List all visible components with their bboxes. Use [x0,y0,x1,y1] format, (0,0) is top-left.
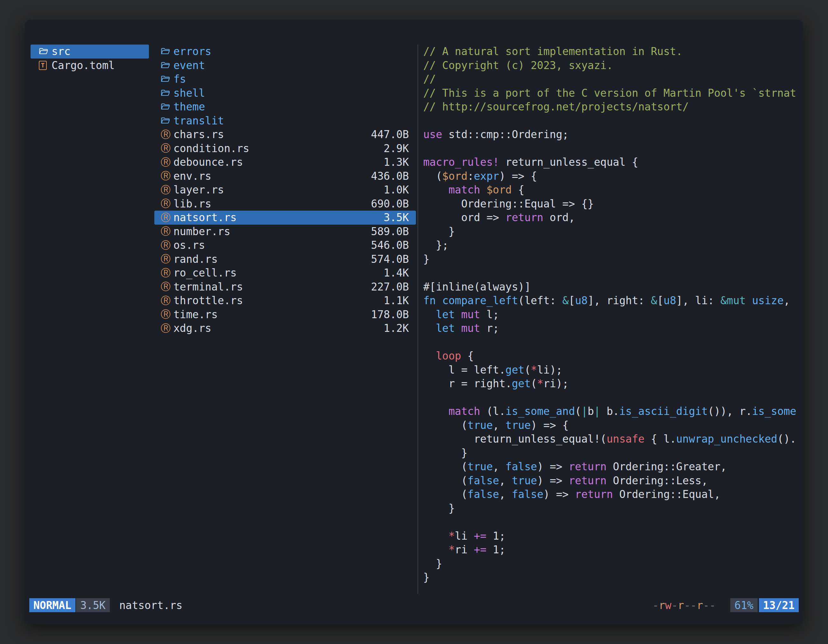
folder-row[interactable]: event [154,58,416,72]
file-row[interactable]: Ⓡro_cell.rs1.4K [154,266,416,280]
code-line: } [423,501,802,516]
text-segment: } [423,225,455,238]
text-segment: Ordering::Equal, [613,488,720,500]
code-line: loop { [423,349,802,363]
scroll-percent-badge: 61% [730,598,758,612]
file-row[interactable]: Ⓡrand.rs574.0B [154,252,416,266]
text-segment: r; [480,322,499,334]
text-segment: std::cmp::Ordering; [442,128,569,141]
item-label: xdg.rs [173,322,211,334]
text-segment: use [423,128,442,141]
text-segment: ( [423,419,467,431]
text-segment: * [531,364,537,376]
text-segment: & [651,294,657,307]
code-line: (false, true) => return Ordering::Less, [423,474,802,488]
code-line: #[inline(always)] [423,280,802,294]
item-size: 3.5K [384,211,409,224]
item-size: 447.0B [371,128,409,141]
text-segment: fn [423,294,436,307]
code-line: } [423,446,802,460]
text-segment: ( [423,475,467,487]
item-label: event [173,59,205,72]
item-size: 436.0B [371,170,409,182]
text-segment: let [436,308,455,321]
file-row[interactable]: Ⓡtime.rs178.0B [154,308,416,322]
item-label: time.rs [173,308,218,321]
rust-icon: Ⓡ [161,211,173,224]
text-segment: & [562,294,569,307]
folder-row[interactable]: translit [154,114,416,128]
rust-icon: Ⓡ [161,197,173,210]
current-pane: errorseventfsshellthemetranslitⓇchars.rs… [154,45,416,335]
text-segment: #[inline(always)] [423,280,531,293]
text-segment: { [512,183,524,196]
item-size: 178.0B [371,308,409,321]
file-row[interactable]: Ⓡcondition.rs2.9K [154,142,416,155]
rust-icon: Ⓡ [161,155,173,169]
rust-icon: Ⓡ [161,239,173,252]
text-segment: &mut [720,294,746,307]
text-segment: get [505,364,524,376]
code-line: *li += 1; [423,529,802,543]
code-line: return_unless_equal!(unsafe { l.unwrap_u… [423,432,802,446]
text-segment: r = right. [423,378,512,390]
parent-pane: srcTCargo.toml [31,45,149,72]
file-row[interactable]: Ⓡlayer.rs1.0K [154,183,416,197]
item-label: rand.rs [173,253,218,265]
text-segment: } [423,502,455,514]
text-segment: false [512,488,543,500]
yazi-window: srcTCargo.toml errorseventfsshellthemetr… [25,20,803,624]
file-row[interactable]: Ⓡnumber.rs589.0B [154,225,416,239]
text-segment: ( [423,461,467,473]
code-line [423,515,802,529]
text-segment: , [493,419,506,431]
text-segment: ri); [544,378,569,390]
rust-icon: Ⓡ [161,322,173,335]
folder-row[interactable]: fs [154,72,416,86]
rust-icon: Ⓡ [161,169,173,183]
text-segment: r [696,599,703,611]
item-size: 1.4K [384,266,409,279]
file-row[interactable]: Ⓡchars.rs447.0B [154,128,416,142]
folder-row[interactable]: shell [154,86,416,100]
item-size: 1.3K [384,156,409,168]
folder-row[interactable]: errors [154,45,416,58]
file-row[interactable]: Ⓡterminal.rs227.0B [154,280,416,294]
text-segment [423,350,436,362]
file-permissions: -rw-r--r-- [652,599,716,611]
text-segment: } [423,571,430,584]
file-row[interactable]: Ⓡenv.rs436.0B [154,169,416,183]
code-line: fn compare_left(left: &[u8], right: &[u8… [423,294,802,308]
file-row[interactable]: Ⓡxdg.rs1.2K [154,321,416,335]
text-segment: // Copyright (c) 2023, sxyazi. [423,59,613,72]
code-line [423,142,802,155]
text-segment: ], li: [676,294,720,307]
file-row[interactable]: Ⓡdebounce.rs1.3K [154,155,416,169]
folder-row[interactable]: src [31,45,149,58]
code-line: match $ord { [423,183,802,197]
file-row[interactable]: Ⓡlib.rs690.0B [154,197,416,211]
rust-icon: Ⓡ [161,183,173,197]
text-segment: return [569,475,607,487]
file-row[interactable]: Ⓡos.rs546.0B [154,238,416,252]
item-label: natsort.rs [173,211,237,224]
text-segment: l = left. [423,364,505,376]
status-bar-right: -rw-r--r-- 61% 13/21 [652,598,799,612]
text-segment [436,294,442,307]
rust-icon: Ⓡ [161,225,173,238]
text-segment: , [499,475,512,487]
text-segment: Ordering::Equal => {} [423,197,594,210]
text-segment: unsafe [607,433,645,445]
file-row[interactable]: TCargo.toml [31,58,149,72]
code-line: macro_rules! return_unless_equal { [423,155,802,169]
folder-open-icon [161,61,173,69]
item-size: 2.9K [384,142,409,155]
item-label: terminal.rs [173,280,243,293]
code-line: }; [423,238,802,252]
file-row[interactable]: Ⓡthrottle.rs1.1K [154,294,416,308]
file-row[interactable]: Ⓡnatsort.rs3.5K [154,211,416,225]
item-label: fs [173,73,186,85]
folder-row[interactable]: theme [154,100,416,114]
text-segment: ) => { [499,170,537,182]
folder-open-icon [161,103,173,111]
